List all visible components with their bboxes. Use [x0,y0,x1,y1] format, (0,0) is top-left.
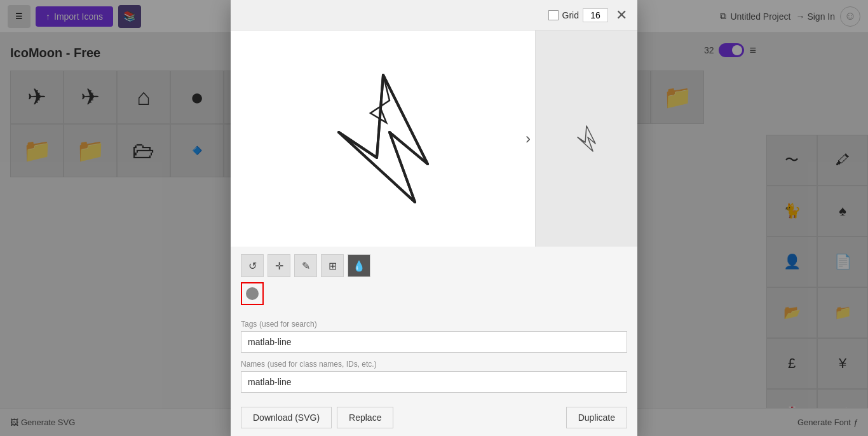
modal-toolbar: ↺ ✛ ✎ ⊞ 💧 [231,247,637,277]
duplicate-label: Duplicate [578,412,615,423]
color-button[interactable]: 💧 [348,254,370,277]
tags-hint: (used for search) [259,320,317,329]
replace-label: Replace [349,412,381,423]
names-input[interactable] [241,371,627,393]
tags-label-text: Tags [241,320,257,329]
grid-text: Grid [562,10,579,20]
rotate-button[interactable]: ↺ [241,254,264,277]
grid-checkbox[interactable] [548,10,559,20]
download-svg-label: Download (SVG) [253,412,320,423]
resize-icon: ⊞ [329,260,337,272]
close-icon: ✕ [616,7,627,23]
swatch-color-0 [246,287,259,300]
download-svg-button[interactable]: Download (SVG) [241,407,332,428]
names-hint: (used for class names, IDs, etc.) [268,360,377,369]
modal-overlay: Grid ✕ [0,0,868,436]
modal-topbar: Grid ✕ [231,0,637,31]
color-swatch-0[interactable] [241,282,264,305]
grid-label: Grid [548,8,608,22]
tags-input[interactable] [241,331,627,353]
names-label-text: Names [241,360,265,369]
modal-actions: Download (SVG) Replace Duplicate [231,400,637,436]
edit-button[interactable]: ✎ [294,254,317,277]
matlab-icon-svg [288,50,478,228]
resize-button[interactable]: ⊞ [321,254,344,277]
names-label: Names (used for class names, IDs, etc.) [241,359,627,369]
icon-detail-modal: Grid ✕ [231,0,637,436]
modal-fields: Tags (used for search) Names (used for c… [231,305,637,400]
grid-value-input[interactable] [583,8,608,22]
move-button[interactable]: ✛ [268,254,290,277]
replace-button[interactable]: Replace [337,407,393,428]
duplicate-button[interactable]: Duplicate [566,407,627,428]
color-fill-icon: 💧 [353,260,365,272]
icon-preview-main [231,31,536,247]
rotate-icon: ↺ [248,260,257,272]
icon-preview-small [567,119,606,158]
modal-close-button[interactable]: ✕ [616,7,627,24]
modal-preview: › [231,31,637,247]
move-icon: ✛ [275,260,283,272]
edit-icon: ✎ [302,260,310,272]
tags-label: Tags (used for search) [241,319,627,329]
icon-preview-side [536,31,637,247]
next-icon-button[interactable]: › [526,130,531,147]
color-swatches-area [231,277,637,305]
